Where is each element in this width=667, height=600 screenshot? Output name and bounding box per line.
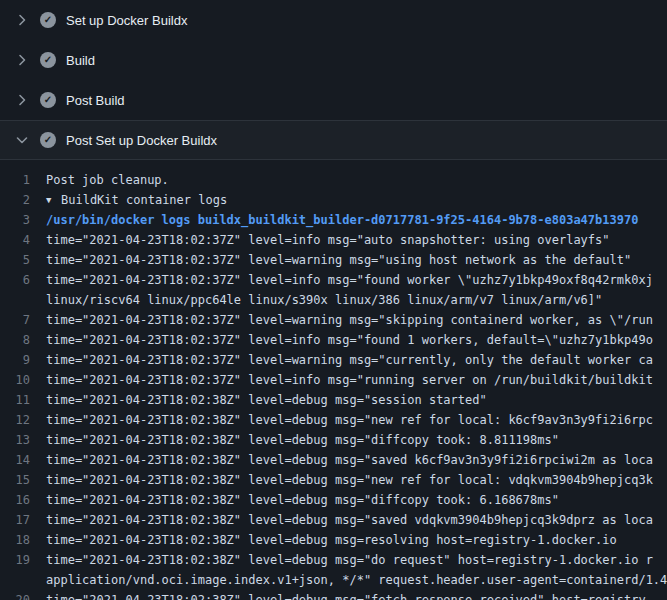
line-text: time="2021-04-23T18:02:38Z" level=debug … bbox=[46, 430, 667, 450]
line-text: BuildKit container logs bbox=[61, 190, 667, 210]
line-text: time="2021-04-23T18:02:37Z" level=warnin… bbox=[46, 310, 667, 330]
line-text: time="2021-04-23T18:02:38Z" level=debug … bbox=[46, 390, 667, 410]
line-text: /usr/bin/docker logs buildx_buildkit_bui… bbox=[46, 210, 667, 230]
log-line: 4 ▼ time="2021-04-23T18:02:37Z" level=in… bbox=[0, 230, 667, 250]
line-number[interactable]: 13 bbox=[0, 430, 46, 450]
line-number[interactable]: 12 bbox=[0, 410, 46, 430]
line-number[interactable] bbox=[0, 290, 46, 310]
log-line: 14 ▼ time="2021-04-23T18:02:38Z" level=d… bbox=[0, 450, 667, 470]
check-circle-icon: ✓ bbox=[40, 132, 56, 148]
line-number[interactable]: 16 bbox=[0, 490, 46, 510]
line-number[interactable]: 2 bbox=[0, 190, 46, 210]
line-text: time="2021-04-23T18:02:37Z" level=info m… bbox=[46, 370, 667, 390]
step-header[interactable]: ✓ Post Build bbox=[0, 80, 667, 120]
log-line: 8 ▼ time="2021-04-23T18:02:37Z" level=in… bbox=[0, 330, 667, 350]
log-line: 3 ▼ /usr/bin/docker logs buildx_buildkit… bbox=[0, 210, 667, 230]
line-text: time="2021-04-23T18:02:38Z" level=debug … bbox=[46, 550, 667, 570]
line-text: time="2021-04-23T18:02:37Z" level=info m… bbox=[46, 330, 667, 350]
line-number[interactable]: 7 bbox=[0, 310, 46, 330]
log-line: ▼ application/vnd.oci.image.index.v1+jso… bbox=[0, 570, 667, 590]
log-line: 7 ▼ time="2021-04-23T18:02:37Z" level=wa… bbox=[0, 310, 667, 330]
line-text: linux/riscv64 linux/ppc64le linux/s390x … bbox=[46, 290, 667, 310]
log-line: 1 ▼ Post job cleanup. bbox=[0, 170, 667, 190]
line-number[interactable]: 17 bbox=[0, 510, 46, 530]
log-line: 13 ▼ time="2021-04-23T18:02:38Z" level=d… bbox=[0, 430, 667, 450]
check-mark: ✓ bbox=[44, 95, 52, 105]
log-line: 10 ▼ time="2021-04-23T18:02:37Z" level=i… bbox=[0, 370, 667, 390]
line-number[interactable]: 18 bbox=[0, 530, 46, 550]
line-text: time="2021-04-23T18:02:38Z" level=debug … bbox=[46, 510, 667, 530]
log-area: 1 ▼ Post job cleanup. 2 ▼ BuildKit conta… bbox=[0, 160, 667, 600]
line-text: time="2021-04-23T18:02:37Z" level=info m… bbox=[46, 270, 667, 290]
log-line: 17 ▼ time="2021-04-23T18:02:38Z" level=d… bbox=[0, 510, 667, 530]
actions-log-viewer: ✓ Set up Docker Buildx ✓ Build ✓ Post Bu… bbox=[0, 0, 667, 600]
line-number[interactable]: 11 bbox=[0, 390, 46, 410]
line-text: time="2021-04-23T18:02:37Z" level=warnin… bbox=[46, 350, 667, 370]
check-mark: ✓ bbox=[44, 55, 52, 65]
line-number[interactable]: 8 bbox=[0, 330, 46, 350]
line-number[interactable]: 15 bbox=[0, 470, 46, 490]
log-line: 18 ▼ time="2021-04-23T18:02:38Z" level=d… bbox=[0, 530, 667, 550]
line-number[interactable]: 5 bbox=[0, 250, 46, 270]
check-mark: ✓ bbox=[44, 15, 52, 25]
step-header[interactable]: ✓ Build bbox=[0, 40, 667, 80]
log-line: 2 ▼ BuildKit container logs bbox=[0, 190, 667, 210]
line-text: time="2021-04-23T18:02:38Z" level=debug … bbox=[46, 450, 667, 470]
check-mark: ✓ bbox=[44, 135, 52, 145]
line-text: time="2021-04-23T18:02:38Z" level=debug … bbox=[46, 590, 667, 600]
step-header[interactable]: ✓ Set up Docker Buildx bbox=[0, 0, 667, 40]
line-number[interactable]: 20 bbox=[0, 590, 46, 600]
log-line: 9 ▼ time="2021-04-23T18:02:37Z" level=wa… bbox=[0, 350, 667, 370]
chevron-icon bbox=[14, 132, 30, 148]
step-title: Post Set up Docker Buildx bbox=[66, 133, 217, 148]
log-line: 5 ▼ time="2021-04-23T18:02:37Z" level=wa… bbox=[0, 250, 667, 270]
line-number[interactable]: 19 bbox=[0, 550, 46, 570]
line-number[interactable]: 9 bbox=[0, 350, 46, 370]
step-header[interactable]: ✓ Post Set up Docker Buildx bbox=[0, 120, 667, 160]
line-text: time="2021-04-23T18:02:37Z" level=warnin… bbox=[46, 250, 667, 270]
chevron-icon bbox=[14, 12, 30, 28]
step-title: Build bbox=[66, 53, 95, 68]
log-line: 11 ▼ time="2021-04-23T18:02:38Z" level=d… bbox=[0, 390, 667, 410]
check-circle-icon: ✓ bbox=[40, 52, 56, 68]
line-text: time="2021-04-23T18:02:38Z" level=debug … bbox=[46, 530, 667, 550]
log-line: 16 ▼ time="2021-04-23T18:02:38Z" level=d… bbox=[0, 490, 667, 510]
line-number[interactable]: 6 bbox=[0, 270, 46, 290]
line-number[interactable]: 10 bbox=[0, 370, 46, 390]
line-text: application/vnd.oci.image.index.v1+json,… bbox=[46, 570, 667, 590]
log-line: 20 ▼ time="2021-04-23T18:02:38Z" level=d… bbox=[0, 590, 667, 600]
log-line: 12 ▼ time="2021-04-23T18:02:38Z" level=d… bbox=[0, 410, 667, 430]
check-circle-icon: ✓ bbox=[40, 92, 56, 108]
chevron-icon bbox=[14, 92, 30, 108]
check-circle-icon: ✓ bbox=[40, 12, 56, 28]
log-line: 19 ▼ time="2021-04-23T18:02:38Z" level=d… bbox=[0, 550, 667, 570]
line-text: time="2021-04-23T18:02:38Z" level=debug … bbox=[46, 490, 667, 510]
group-caret-icon[interactable]: ▼ bbox=[46, 190, 61, 210]
chevron-icon bbox=[14, 52, 30, 68]
log-line: 6 ▼ time="2021-04-23T18:02:37Z" level=in… bbox=[0, 270, 667, 290]
log-line: 15 ▼ time="2021-04-23T18:02:38Z" level=d… bbox=[0, 470, 667, 490]
line-text: time="2021-04-23T18:02:38Z" level=debug … bbox=[46, 410, 667, 430]
line-number[interactable]: 4 bbox=[0, 230, 46, 250]
step-title: Post Build bbox=[66, 93, 125, 108]
line-number[interactable]: 3 bbox=[0, 210, 46, 230]
step-list: ✓ Set up Docker Buildx ✓ Build ✓ Post Bu… bbox=[0, 0, 667, 160]
line-number[interactable] bbox=[0, 570, 46, 590]
line-number[interactable]: 1 bbox=[0, 170, 46, 190]
log-line: ▼ linux/riscv64 linux/ppc64le linux/s390… bbox=[0, 290, 667, 310]
line-number[interactable]: 14 bbox=[0, 450, 46, 470]
step-title: Set up Docker Buildx bbox=[66, 13, 187, 28]
line-text: Post job cleanup. bbox=[46, 170, 667, 190]
line-text: time="2021-04-23T18:02:38Z" level=debug … bbox=[46, 470, 667, 490]
line-text: time="2021-04-23T18:02:37Z" level=info m… bbox=[46, 230, 667, 250]
